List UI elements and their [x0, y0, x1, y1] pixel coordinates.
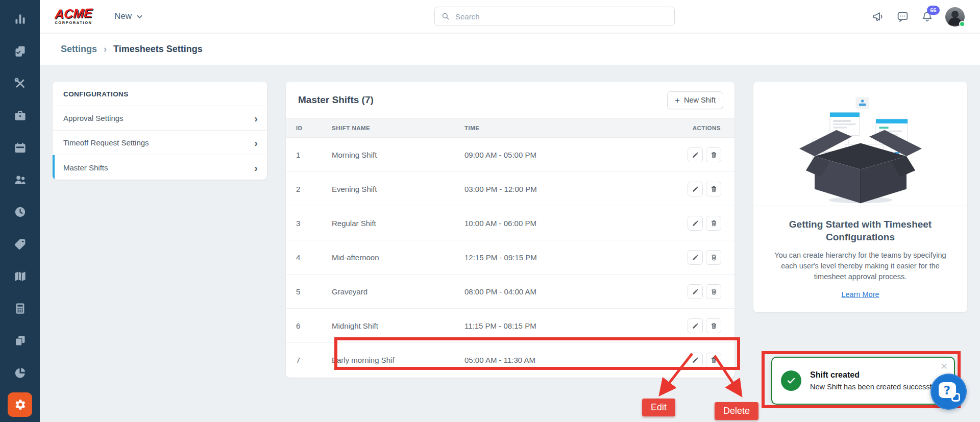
- page-title: Timesheets Settings: [113, 44, 203, 55]
- column-header-shift-name: SHIFT NAME: [332, 125, 464, 131]
- notifications-bell-icon[interactable]: 66: [921, 10, 934, 23]
- new-dropdown-label: New: [114, 11, 132, 21]
- getting-started-text: You can create hierarchy for the teams b…: [767, 250, 954, 282]
- configurations-panel: CONFIGURATIONS Approval Settings›Timeoff…: [53, 82, 267, 180]
- cell-time: 08:00 PM - 04:00 AM: [464, 287, 679, 296]
- messages-icon[interactable]: [896, 10, 909, 23]
- sidebar-item-briefcase[interactable]: [0, 100, 40, 132]
- gear-icon: [13, 398, 27, 411]
- cell-shift-name: Mid-afternoon: [332, 253, 464, 262]
- cell-id: 3: [286, 219, 332, 228]
- sidebar-item-calendar[interactable]: [0, 132, 40, 164]
- config-item-approval-settings[interactable]: Approval Settings›: [53, 106, 267, 131]
- topbar: ACME CORPORATION New: [40, 0, 980, 33]
- sidebar-item-gear[interactable]: [8, 392, 32, 417]
- edit-shift-button[interactable]: [688, 216, 703, 231]
- sidebar-item-bar-chart[interactable]: [0, 3, 40, 35]
- new-shift-button-label: New Shift: [684, 96, 716, 104]
- new-shift-button[interactable]: + New Shift: [667, 91, 723, 109]
- sidebar-item-calculator[interactable]: [0, 292, 40, 325]
- cell-time: 12:15 PM - 09:15 PM: [464, 253, 679, 262]
- help-question-icon: ?: [939, 382, 956, 398]
- edit-shift-button[interactable]: [688, 147, 703, 162]
- getting-started-body: Getting Started with Timesheet Configura…: [753, 206, 967, 312]
- notification-count-badge: 66: [927, 6, 940, 15]
- sidebar-item-copy[interactable]: [0, 325, 40, 357]
- help-widget-button[interactable]: ?: [930, 374, 967, 410]
- user-avatar[interactable]: [945, 7, 965, 27]
- breadcrumb: Settings › Timesheets Settings: [40, 34, 980, 65]
- edit-shift-button[interactable]: [688, 250, 703, 265]
- table-row-shift-6: 6Midnight Shift11:15 PM - 08:15 PM: [286, 309, 734, 343]
- getting-started-illustration: [753, 82, 967, 206]
- plus-icon: +: [675, 96, 680, 105]
- new-dropdown[interactable]: New: [114, 11, 143, 21]
- table-row-shift-2: 2Evening Shift03:00 PM - 12:00 PM: [286, 172, 734, 206]
- edit-shift-button[interactable]: [688, 353, 703, 367]
- delete-shift-button[interactable]: [706, 216, 721, 231]
- master-shifts-title: Master Shifts (7): [298, 94, 374, 106]
- cell-shift-name: Early morning Shif: [332, 356, 464, 364]
- config-item-master-shifts[interactable]: Master Shifts›: [53, 155, 267, 180]
- search-bar: [434, 7, 675, 26]
- delete-shift-button[interactable]: [706, 182, 721, 196]
- toast-shift-created: Shift created New Shift has been created…: [771, 357, 955, 405]
- chevron-right-icon: ›: [254, 137, 258, 148]
- cell-id: 1: [286, 151, 332, 159]
- delete-shift-button[interactable]: [706, 250, 721, 265]
- sidebar-item-map[interactable]: [0, 260, 40, 292]
- cell-time: 09:00 AM - 05:00 PM: [464, 151, 679, 159]
- clipboard-check-icon: [13, 44, 27, 58]
- sidebar: [0, 0, 40, 422]
- delete-shift-button[interactable]: [706, 284, 721, 299]
- configurations-title: CONFIGURATIONS: [53, 82, 267, 106]
- copy-icon: [13, 334, 27, 347]
- cell-actions: [679, 284, 734, 299]
- acme-logo[interactable]: ACME CORPORATION: [53, 8, 94, 25]
- table-row-shift-1: 1Morning Shift09:00 AM - 05:00 PM: [286, 138, 734, 172]
- cell-shift-name: Morning Shift: [332, 151, 464, 159]
- learn-more-link[interactable]: Learn More: [841, 290, 879, 299]
- open-box-illustration: [784, 96, 937, 206]
- cell-id: 4: [286, 253, 332, 262]
- edit-shift-button[interactable]: [688, 318, 703, 333]
- chevron-right-icon: ›: [254, 162, 258, 173]
- table-header-bar: Master Shifts (7) + New Shift: [286, 82, 734, 118]
- chevron-down-icon: [136, 13, 143, 20]
- cell-time: 10:00 AM - 06:00 PM: [464, 219, 679, 228]
- breadcrumb-settings-link[interactable]: Settings: [61, 44, 97, 55]
- pie-chart-icon: [13, 366, 27, 380]
- clock-icon: [13, 205, 27, 219]
- sidebar-item-tools[interactable]: [0, 67, 40, 100]
- logo-text: ACME: [53, 7, 94, 20]
- tag-icon: [13, 237, 27, 251]
- bar-chart-icon: [13, 12, 27, 26]
- close-icon[interactable]: ✕: [940, 362, 948, 371]
- cell-time: 05:00 AM - 11:30 AM: [464, 356, 679, 364]
- online-status-dot: [959, 21, 965, 27]
- briefcase-icon: [13, 109, 27, 122]
- config-item-label: Master Shifts: [63, 163, 108, 172]
- delete-shift-button[interactable]: [706, 318, 721, 333]
- sidebar-item-pie-chart[interactable]: [0, 357, 40, 389]
- edit-shift-button[interactable]: [688, 182, 703, 196]
- sidebar-item-clipboard-check[interactable]: [0, 35, 40, 67]
- sidebar-item-clock[interactable]: [0, 196, 40, 228]
- column-header-actions: ACTIONS: [679, 125, 734, 131]
- column-header-id: ID: [286, 125, 332, 131]
- config-item-timeoff-request-settings[interactable]: Timeoff Request Settings›: [53, 131, 267, 155]
- cell-actions: [679, 250, 734, 265]
- delete-shift-button[interactable]: [706, 147, 721, 162]
- cell-shift-name: Midnight Shift: [332, 321, 464, 330]
- cell-time: 11:15 PM - 08:15 PM: [464, 321, 679, 330]
- search-input[interactable]: [455, 12, 668, 21]
- table-row-shift-5: 5Graveyard08:00 PM - 04:00 AM: [286, 275, 734, 309]
- config-item-label: Approval Settings: [63, 114, 124, 122]
- delete-shift-button[interactable]: [706, 353, 721, 367]
- announcements-icon[interactable]: [872, 10, 885, 23]
- table-column-headers: ID SHIFT NAME TIME ACTIONS: [286, 118, 734, 138]
- sidebar-item-tag[interactable]: [0, 228, 40, 260]
- sidebar-item-users[interactable]: [0, 164, 40, 196]
- edit-shift-button[interactable]: [688, 284, 703, 299]
- getting-started-card: Getting Started with Timesheet Configura…: [753, 82, 967, 312]
